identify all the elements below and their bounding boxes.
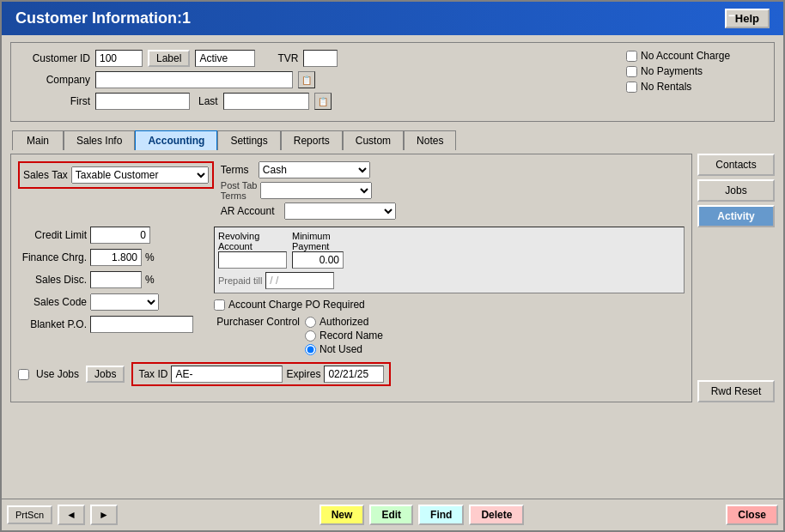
- sales-tax-label: Sales Tax: [23, 169, 68, 181]
- purchaser-control-radios: Authorized Record Name Not Used: [305, 316, 383, 355]
- tab-notes[interactable]: Notes: [404, 130, 456, 150]
- no-rentals-label: No Rentals: [641, 81, 691, 93]
- ar-account-select[interactable]: [284, 203, 396, 220]
- no-payments-checkbox[interactable]: [626, 66, 637, 77]
- checkboxes-panel: No Account Charge No Payments No Rentals: [626, 50, 764, 93]
- tax-id-row: Use Jobs Jobs Tax ID Expires: [18, 362, 685, 386]
- percent-sign-1: %: [145, 251, 155, 263]
- last-input[interactable]: [223, 93, 309, 110]
- sales-disc-input[interactable]: [90, 271, 142, 288]
- revolving-account-input[interactable]: [218, 251, 287, 269]
- first-label: First: [21, 95, 90, 107]
- new-button[interactable]: New: [319, 505, 365, 525]
- prev-button[interactable]: ◄: [58, 505, 85, 525]
- customer-fields: Customer ID Label TVR Company 📋 First La…: [21, 50, 619, 114]
- tax-id-section: Non-blank Tax ID field 2 Use Jobs Jobs T…: [18, 362, 685, 386]
- prepaid-input[interactable]: [265, 272, 334, 289]
- status-input[interactable]: [195, 50, 255, 67]
- revolving-group: Revolving Account Minimum Payment: [214, 227, 685, 293]
- revolving-account-label: Revolving: [218, 231, 287, 241]
- tax-id-input[interactable]: [171, 366, 283, 383]
- finance-chrg-input[interactable]: [90, 249, 142, 266]
- tab-custom[interactable]: Custom: [343, 130, 404, 150]
- no-rentals-checkbox[interactable]: [626, 82, 637, 93]
- tax-terms-row: Sales Tax Taxable Customer Terms Cash: [18, 161, 685, 220]
- purchaser-control-group: Purchaser Control Authorized Record Name: [214, 316, 685, 355]
- credit-limit-label: Credit Limit: [18, 229, 87, 241]
- account-charge-po-checkbox[interactable]: [214, 299, 225, 311]
- account-charge-po-label: Account Charge PO Required: [228, 299, 365, 311]
- next-button[interactable]: ►: [90, 505, 118, 525]
- name-copy-icon[interactable]: 📋: [314, 93, 332, 110]
- contacts-button[interactable]: Contacts: [697, 154, 775, 176]
- authorized-radio[interactable]: [305, 317, 316, 328]
- minimum-payment-input[interactable]: [292, 251, 344, 269]
- blanket-po-label: Blanket P.O.: [18, 318, 87, 330]
- customer-id-input[interactable]: [95, 50, 143, 67]
- tab-accounting[interactable]: Accounting: [135, 130, 217, 150]
- finance-chrg-label: Finance Chrg.: [18, 251, 87, 263]
- terms-select[interactable]: Cash: [259, 161, 370, 178]
- use-jobs-checkbox[interactable]: [18, 369, 29, 380]
- expires-label: Expires: [286, 368, 320, 380]
- last-label: Last: [198, 95, 218, 107]
- tax-id-highlighted: Tax ID Expires: [131, 362, 391, 386]
- prepaid-label: Prepaid till: [218, 275, 262, 286]
- not-used-radio[interactable]: [305, 344, 316, 355]
- main-window: − Customer Information:1 Help Customer I…: [0, 0, 785, 532]
- post-tab-terms-label: Post TabTerms: [221, 180, 258, 201]
- tab-settings[interactable]: Settings: [217, 130, 280, 150]
- record-name-label: Record Name: [319, 329, 383, 342]
- rwd-reset-button[interactable]: Rwd Reset: [697, 380, 775, 402]
- prtscn-button[interactable]: PrtScn: [7, 505, 52, 524]
- credit-limit-input[interactable]: [90, 227, 150, 244]
- jobs-button[interactable]: Jobs: [86, 366, 125, 383]
- sales-tax-box: Sales Tax Taxable Customer: [18, 161, 214, 189]
- main-body: Taxable Customer 1 Sales Tax Taxable Cus…: [10, 154, 775, 402]
- window-title: Customer Information:1: [15, 9, 191, 27]
- edit-button[interactable]: Edit: [369, 505, 413, 525]
- tabs-container: Main Sales Info Accounting Settings Repo…: [12, 130, 775, 150]
- company-label: Company: [21, 74, 90, 86]
- tab-content: Taxable Customer 1 Sales Tax Taxable Cus…: [10, 154, 692, 402]
- find-button[interactable]: Find: [418, 505, 464, 525]
- tab-reports[interactable]: Reports: [281, 130, 343, 150]
- right-panel: Contacts Jobs Activity Rwd Reset: [697, 154, 775, 402]
- use-jobs-label: Use Jobs: [36, 368, 79, 380]
- delete-button[interactable]: Delete: [469, 505, 524, 525]
- first-input[interactable]: [95, 93, 190, 110]
- tvr-input[interactable]: [303, 50, 338, 67]
- right-fields: Revolving Account Minimum Payment: [214, 227, 685, 355]
- top-section: Customer ID Label TVR Company 📋 First La…: [10, 42, 775, 122]
- company-copy-icon[interactable]: 📋: [298, 71, 315, 88]
- left-fields: Credit Limit Finance Chrg. % Sales Disc.…: [18, 227, 207, 355]
- title-bar: − Customer Information:1 Help: [2, 2, 783, 35]
- tab-sales-info[interactable]: Sales Info: [64, 130, 135, 150]
- label-button[interactable]: Label: [148, 50, 190, 67]
- expires-input[interactable]: [324, 366, 384, 383]
- sales-code-label: Sales Code: [18, 296, 87, 308]
- close-button[interactable]: Close: [726, 505, 778, 525]
- sales-disc-label: Sales Disc.: [18, 274, 87, 286]
- blanket-po-input[interactable]: [90, 316, 193, 333]
- activity-button[interactable]: Activity: [697, 205, 775, 227]
- no-account-charge-label: No Account Charge: [641, 50, 730, 62]
- tax-id-label: Tax ID: [138, 368, 167, 380]
- not-used-label: Not Used: [319, 343, 362, 355]
- post-tab-terms-select[interactable]: [260, 182, 372, 199]
- customer-id-label: Customer ID: [21, 52, 90, 64]
- no-account-charge-checkbox[interactable]: [626, 51, 637, 62]
- ar-account-label: AR Account: [221, 205, 281, 217]
- company-input[interactable]: [95, 71, 293, 88]
- record-name-radio[interactable]: [305, 330, 316, 342]
- tab-main[interactable]: Main: [12, 130, 64, 150]
- sales-code-select[interactable]: [90, 293, 159, 311]
- no-payments-label: No Payments: [641, 65, 703, 77]
- minimize-btn[interactable]: −: [728, 9, 735, 22]
- terms-label: Terms: [221, 164, 255, 176]
- bottom-bar: PrtScn ◄ ► New Edit Find Delete Close: [2, 499, 783, 530]
- fields-body: Credit Limit Finance Chrg. % Sales Disc.…: [18, 227, 685, 355]
- jobs-panel-button[interactable]: Jobs: [697, 179, 775, 202]
- purchaser-control-label: Purchaser Control: [214, 316, 300, 328]
- sales-tax-select[interactable]: Taxable Customer: [71, 166, 209, 184]
